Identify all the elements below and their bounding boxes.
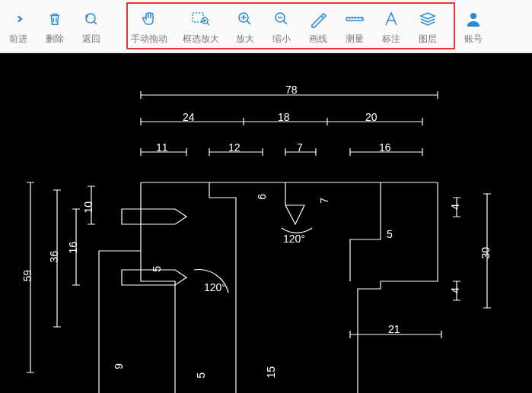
dim-21: 21 bbox=[388, 323, 400, 335]
zoom-out-button[interactable]: 缩小 bbox=[263, 0, 300, 52]
toolbar: 前进 删除 返回 手动拖动 框选放大 放大 缩小 bbox=[0, 0, 532, 53]
layers-label: 图层 bbox=[419, 33, 437, 46]
trash-icon bbox=[46, 8, 63, 30]
dim-30: 30 bbox=[479, 247, 492, 259]
zoom-box-button[interactable]: 框选放大 bbox=[175, 0, 227, 52]
dim-10: 10 bbox=[82, 201, 94, 214]
dim-12: 12 bbox=[228, 141, 241, 154]
measure-label: 测量 bbox=[346, 33, 364, 46]
zoom-in-button[interactable]: 放大 bbox=[227, 0, 263, 52]
dim-7n: 7 bbox=[318, 198, 330, 204]
dim-4b: 4 bbox=[449, 287, 461, 293]
annotate-button[interactable]: 标注 bbox=[373, 0, 409, 52]
dim-20: 20 bbox=[365, 111, 377, 123]
dim-5l: 5 bbox=[151, 266, 163, 272]
line-button[interactable]: 画线 bbox=[300, 0, 336, 52]
back-loop-icon bbox=[82, 8, 100, 30]
pencil-icon bbox=[309, 8, 327, 30]
forward-button[interactable]: 前进 bbox=[0, 0, 37, 52]
pan-button[interactable]: 手动拖动 bbox=[123, 0, 175, 52]
dim-11: 11 bbox=[156, 141, 168, 154]
delete-label: 删除 bbox=[46, 33, 64, 46]
dim-5b: 5 bbox=[195, 372, 207, 379]
back-label: 返回 bbox=[82, 33, 100, 46]
dim-78: 78 bbox=[285, 84, 298, 96]
dim-59: 59 bbox=[21, 270, 33, 282]
zoom-in-label: 放大 bbox=[236, 33, 254, 46]
dim-16: 16 bbox=[379, 141, 391, 154]
dim-7: 7 bbox=[297, 141, 303, 154]
dim-36: 36 bbox=[48, 251, 60, 263]
annotate-label: 标注 bbox=[382, 33, 400, 46]
forward-label: 前进 bbox=[9, 33, 27, 46]
hand-icon bbox=[140, 8, 158, 30]
dim-5r: 5 bbox=[387, 228, 393, 240]
zoom-box-icon bbox=[191, 8, 211, 30]
text-a-icon bbox=[382, 8, 400, 30]
forward-arrow-icon bbox=[9, 8, 27, 30]
svg-point-5 bbox=[470, 13, 476, 19]
dim-24: 24 bbox=[183, 111, 195, 123]
user-icon bbox=[464, 8, 483, 30]
layers-button[interactable]: 图层 bbox=[409, 0, 446, 52]
delete-button[interactable]: 删除 bbox=[37, 0, 73, 52]
canvas-area[interactable]: 78 24 18 20 11 12 7 16 59 36 16 10 5 6 7… bbox=[0, 53, 532, 393]
zoom-out-icon bbox=[272, 8, 291, 30]
pan-label: 手动拖动 bbox=[131, 33, 167, 46]
dim-9: 9 bbox=[113, 363, 125, 369]
back-button[interactable]: 返回 bbox=[73, 0, 110, 52]
zoom-in-icon bbox=[236, 8, 254, 30]
dim-4a: 4 bbox=[449, 204, 461, 210]
account-label: 账号 bbox=[464, 33, 483, 46]
zoom-out-label: 缩小 bbox=[272, 33, 291, 46]
dim-15: 15 bbox=[265, 366, 277, 379]
ruler-icon bbox=[345, 8, 365, 30]
dim-16l: 16 bbox=[67, 242, 79, 254]
dim-120b: 120° bbox=[283, 233, 305, 245]
dim-120a: 120° bbox=[204, 281, 226, 293]
dim-18: 18 bbox=[278, 111, 290, 123]
account-button[interactable]: 账号 bbox=[455, 0, 492, 52]
layers-icon bbox=[419, 8, 437, 30]
cad-drawing bbox=[0, 53, 532, 393]
line-label: 画线 bbox=[309, 33, 327, 46]
zoom-box-label: 框选放大 bbox=[183, 33, 219, 46]
measure-button[interactable]: 测量 bbox=[336, 0, 373, 52]
dim-6: 6 bbox=[256, 194, 268, 200]
